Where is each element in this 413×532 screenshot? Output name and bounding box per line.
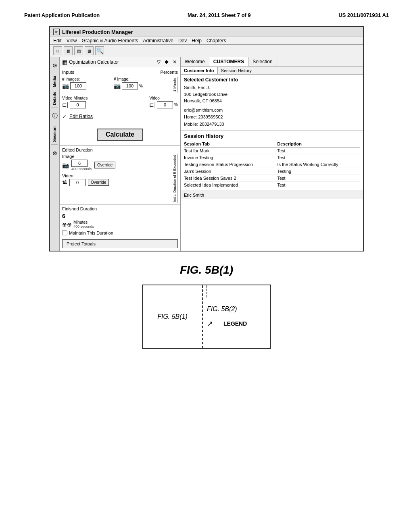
video-percent-group: Video ⊏| % [149,96,178,108]
customer-info-panel: Selected Customer Info Smith, Eric J. 10… [181,75,363,130]
video-percent-input[interactable] [157,101,173,108]
menu-view[interactable]: View [67,38,77,44]
main-tabs-bar: Welcome CUSTOMERS Selection [181,57,363,67]
patent-right: US 2011/0071931 A1 [338,12,389,18]
legend-dashed-line [206,285,207,297]
video-film-icon: 📽 [62,180,67,185]
main-content: ⊚ Media Details ⓘ Session ⊗ ▦ Optimizati… [50,57,363,251]
minute-label: 1 Minute [172,77,178,93]
legend-bottom-label: LEGEND [223,320,247,327]
plus-icons: ⊕⊕ [62,221,72,228]
calc-header: ▦ Optimization Calculator ▽ ✱ ✕ [60,57,180,67]
vertical-sidebar: ⊚ Media Details ⓘ Session ⊗ [50,57,60,251]
toolbar-list2-button[interactable]: ▩ [85,46,94,55]
calc-title: Optimization Calculator [69,59,119,65]
legend-left-label: FIG. 5B(1) [157,313,188,320]
image-duration-row: 📷 400 seconds Override [62,160,170,171]
image-override-button[interactable]: Override [94,162,115,168]
menu-chapters[interactable]: Chapters [206,38,226,44]
minutes-label: Minutes [73,220,94,224]
col-session-tab: Session Tab [184,141,277,148]
toolbar-save-button[interactable]: ▦ [64,46,73,55]
video-minutes-label: Video Minutes [62,96,88,100]
edit-ratios-label[interactable]: Edit Ratios [69,114,93,119]
inputs-section: Inputs Percents # Images: 📷 [60,67,180,124]
image-percent-group: # Image: 📷 % [114,77,143,89]
session-table-row: Test Idea Session Saves 2Test [184,175,360,182]
bottom-bar: Eric Smith [181,191,363,199]
calc-close-button[interactable]: ✕ [171,59,178,65]
session-table-row: Invoice TestingTest [184,154,360,161]
session-desc-cell: Test [277,154,360,161]
sidebar-media-icon[interactable]: ⊚ [50,57,59,73]
tab-welcome[interactable]: Welcome [181,57,209,66]
toolbar-search-button[interactable]: 🔍 [95,46,104,55]
calc-filter-button[interactable]: ▽ [155,59,162,65]
session-table-row: Jan's SessionTesting [184,168,360,175]
customer-email: eric@smithism.com [184,107,360,114]
customer-email-section: eric@smithism.com Home: 2039569502 Mobil… [184,107,360,128]
image-percent-input[interactable] [122,82,138,89]
menu-edit[interactable]: Edit [53,38,62,44]
menu-help[interactable]: Help [192,38,202,44]
exceeded-label: Initial Duration of 5 Exceeded [172,154,178,203]
patent-header: Patent Application Publication Mar. 24, … [24,12,389,18]
video-slider-icon: ⊏| [62,102,69,108]
video-input-group: Video Minutes ⊏| [62,96,88,108]
toolbar-list-button[interactable]: ▤ [74,46,83,55]
image-camera-icon: 📷 [62,162,69,168]
session-tab-cell: Testing session Status Progression [184,161,277,168]
sidebar-info-icon[interactable]: ⓘ [50,108,59,124]
tab-selection[interactable]: Selection [248,57,277,66]
camera-icon: 📷 [62,83,69,89]
menu-dev[interactable]: Dev [178,38,187,44]
maintain-checkbox-row: Maintain This Duration [62,230,178,235]
video-duration-input[interactable] [69,179,86,186]
edited-duration-title: Edited Duration [62,148,178,152]
session-desc-cell: Test [277,148,360,154]
sidebar-details-label: Details [51,89,58,108]
image-duration-input[interactable] [71,160,88,167]
inputs-label: Inputs [62,70,74,75]
legend-right: FIG. 5B(2) ↗ LEGEND [203,285,270,348]
menu-graphic[interactable]: Graphic & Audio Elements [81,38,138,44]
image-type-label: Image [62,154,170,159]
session-tab-cell: Invoice Testing [184,154,277,161]
sub-tab-customer-info[interactable]: Customer Info [181,67,218,74]
percent-sign: % [139,84,143,88]
image-seconds-label: 400 seconds [71,167,92,171]
images-input-group: # Images: 📷 [62,77,86,89]
finished-seconds-label: 400 seconds [73,224,94,229]
session-tab-cell: Jan's Session [184,168,277,175]
fig-caption: FIG. 5B(1) [24,264,389,276]
calc-star-button[interactable]: ✱ [163,59,170,65]
menu-administrative[interactable]: Administrative [143,38,173,44]
video-type-label: Video [62,173,170,178]
session-tab-cell: Selected Idea Implemented [184,182,277,189]
project-totals-button[interactable]: Project Totoals [62,239,178,248]
tab-customers[interactable]: CUSTOMERS [209,57,248,66]
calculate-button[interactable]: Calculate [97,129,143,141]
session-desc-cell: Is the Status Working Correctly [277,161,360,168]
legend-left: FIG. 5B(1) [143,285,203,348]
session-desc-cell: Testing [277,168,360,175]
customer-info-title: Selected Customer Info [184,77,360,83]
video-duration-row: 📽 Override [62,179,170,186]
customer-address1: 100 Ledgebrook Drive [184,91,360,98]
toolbar-new-button[interactable]: □ [53,46,62,55]
customer-name: Smith, Eric J. [184,84,360,91]
percents-label: Percents [161,70,178,75]
video-override-button[interactable]: Override [88,179,109,186]
video-input[interactable] [70,101,86,108]
images-input[interactable] [70,82,86,89]
session-tab-cell: Test for Mark [184,148,277,154]
sub-tab-session-history[interactable]: Session History [218,67,255,74]
checkmark-icon: ✓ [62,113,67,120]
session-desc-cell: Test [277,182,360,189]
sidebar-session-icon[interactable]: ⊗ [50,145,59,161]
calc-controls: ▽ ✱ ✕ [155,59,178,65]
maintain-checkbox[interactable] [62,230,67,235]
legend-right-label: FIG. 5B(2) [207,305,237,313]
video-slider-icon2: ⊏| [149,102,156,108]
sub-tabs-bar: Customer Info Session History [181,67,363,75]
